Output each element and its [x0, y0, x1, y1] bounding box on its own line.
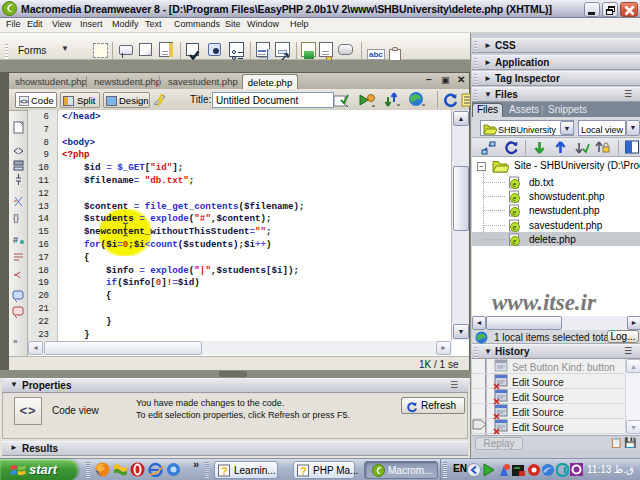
svg-text:?: ?	[221, 465, 228, 477]
svg-text:≺: ≺	[13, 269, 21, 280]
svg-text:{}: {}	[13, 213, 19, 223]
svg-text:e: e	[513, 224, 517, 231]
svg-text:?: ?	[300, 465, 307, 477]
svg-text:e: e	[513, 195, 517, 202]
svg-text:e: e	[513, 181, 517, 188]
svg-text:e: e	[513, 209, 517, 216]
svg-text:#: #	[13, 235, 18, 245]
svg-text:e: e	[513, 238, 517, 245]
